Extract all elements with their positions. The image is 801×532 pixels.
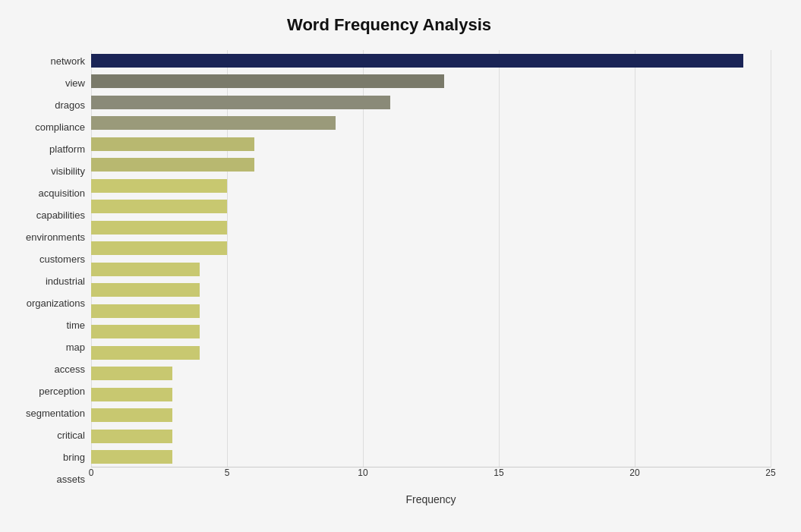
bar-access bbox=[91, 346, 200, 360]
bar-row-map bbox=[91, 323, 771, 340]
y-label-dragos: dragos bbox=[55, 96, 85, 115]
bar-row-critical bbox=[91, 407, 771, 423]
y-label-perception: perception bbox=[39, 382, 85, 401]
bar-visibility bbox=[91, 158, 254, 172]
y-label-network: network bbox=[50, 52, 85, 71]
y-label-industrial: industrial bbox=[46, 272, 85, 291]
bar-row-dragos bbox=[91, 94, 771, 111]
y-label-capabilities: capabilities bbox=[36, 206, 85, 225]
bar-perception bbox=[91, 367, 172, 380]
y-label-segmentation: segmentation bbox=[26, 405, 85, 423]
x-tick-0: 0 bbox=[89, 467, 94, 478]
bar-row-capabilities bbox=[91, 198, 771, 215]
bar-network bbox=[91, 54, 743, 68]
bar-industrial bbox=[91, 263, 200, 276]
y-label-customers: customers bbox=[39, 250, 85, 269]
y-label-compliance: compliance bbox=[35, 118, 85, 137]
bar-row-organizations bbox=[91, 282, 771, 298]
y-label-critical: critical bbox=[57, 427, 85, 445]
bar-row-environments bbox=[91, 219, 771, 236]
y-labels: networkviewdragoscomplianceplatformvisib… bbox=[8, 50, 91, 490]
bar-assets bbox=[91, 450, 172, 464]
y-label-view: view bbox=[65, 74, 85, 93]
bar-time bbox=[91, 304, 200, 318]
bar-critical bbox=[91, 408, 172, 422]
x-tick-10: 10 bbox=[358, 467, 367, 478]
bar-row-segmentation bbox=[91, 386, 771, 403]
bar-view bbox=[91, 74, 444, 88]
x-axis-label: Frequency bbox=[91, 493, 771, 505]
bar-row-compliance bbox=[91, 115, 771, 131]
bar-platform bbox=[91, 137, 254, 151]
chart-area: networkviewdragoscomplianceplatformvisib… bbox=[8, 50, 771, 490]
y-label-assets: assets bbox=[56, 471, 85, 489]
bar-map bbox=[91, 325, 200, 338]
y-label-platform: platform bbox=[49, 140, 85, 159]
bar-row-bring bbox=[91, 428, 771, 445]
bar-compliance bbox=[91, 116, 336, 130]
bar-customers bbox=[91, 241, 227, 255]
bar-dragos bbox=[91, 96, 390, 109]
bar-row-network bbox=[91, 52, 771, 69]
x-tick-20: 20 bbox=[629, 467, 639, 478]
bar-row-time bbox=[91, 303, 771, 320]
bar-row-visibility bbox=[91, 156, 771, 173]
bar-row-view bbox=[91, 73, 771, 90]
y-label-map: map bbox=[66, 338, 85, 357]
grid-line-25 bbox=[771, 50, 771, 467]
y-label-bring: bring bbox=[63, 449, 85, 467]
y-label-access: access bbox=[55, 360, 85, 379]
y-label-organizations: organizations bbox=[27, 294, 85, 313]
bars-area: 0510152025 bbox=[91, 50, 771, 490]
bar-row-perception bbox=[91, 365, 771, 382]
bar-environments bbox=[91, 221, 227, 235]
y-label-acquisition: acquisition bbox=[39, 184, 85, 203]
x-tick-15: 15 bbox=[494, 467, 503, 478]
bar-row-assets bbox=[91, 449, 771, 465]
y-label-visibility: visibility bbox=[51, 162, 85, 181]
chart-container: Word Frequency Analysis networkviewdrago… bbox=[0, 0, 801, 532]
x-tick-25: 25 bbox=[765, 467, 775, 478]
bar-row-access bbox=[91, 345, 771, 361]
x-tick-5: 5 bbox=[225, 467, 230, 478]
y-label-time: time bbox=[66, 316, 85, 335]
y-label-environments: environments bbox=[26, 228, 85, 247]
bar-row-acquisition bbox=[91, 178, 771, 194]
bar-row-industrial bbox=[91, 261, 771, 278]
bar-bring bbox=[91, 430, 172, 443]
chart-title: Word Frequency Analysis bbox=[8, 15, 771, 35]
bars-inner bbox=[91, 50, 771, 467]
bar-row-platform bbox=[91, 136, 771, 153]
bar-row-customers bbox=[91, 240, 771, 257]
bar-organizations bbox=[91, 283, 200, 297]
bar-segmentation bbox=[91, 388, 172, 401]
x-axis: 0510152025 bbox=[91, 467, 771, 490]
bar-capabilities bbox=[91, 200, 227, 213]
bar-acquisition bbox=[91, 179, 227, 193]
